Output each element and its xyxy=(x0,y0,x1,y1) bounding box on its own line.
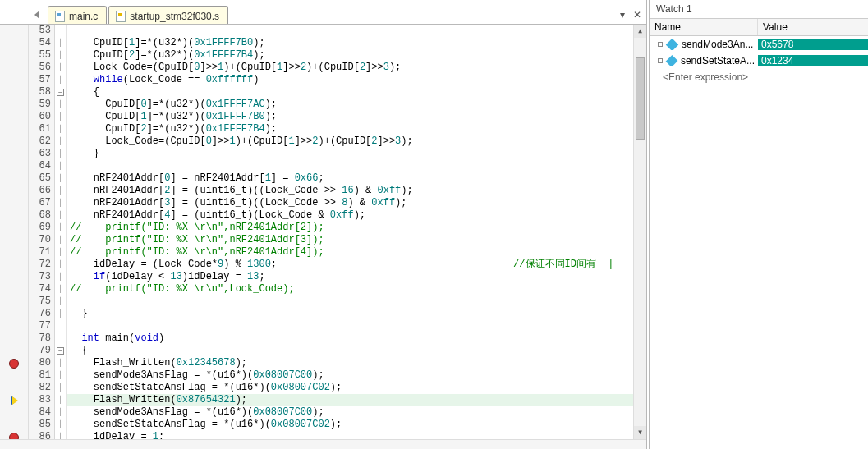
gutter-marker[interactable] xyxy=(0,135,28,148)
tab-menu-dropdown-icon[interactable]: ▾ xyxy=(620,9,625,21)
fold-marker[interactable]: │ xyxy=(55,172,66,185)
fold-marker[interactable]: │ xyxy=(55,369,66,382)
fold-marker[interactable]: │ xyxy=(55,185,66,197)
vertical-scrollbar[interactable]: ▴ ▾ xyxy=(633,25,646,439)
gutter-marker[interactable] xyxy=(0,259,28,271)
gutter-marker[interactable] xyxy=(0,99,28,111)
tab-close-icon[interactable]: ✕ xyxy=(633,9,641,21)
gutter-marker[interactable] xyxy=(0,308,28,320)
code-line[interactable]: sendSetStateAnsFlag = *(u16*)(0x08007C02… xyxy=(67,382,633,394)
gutter-marker[interactable] xyxy=(0,37,28,49)
code-line[interactable] xyxy=(67,160,633,172)
gutter-marker[interactable] xyxy=(0,197,28,209)
code-line[interactable]: Lock_Code=(CpuID[0]>>1)+(CpuID[1]>>2)+(C… xyxy=(67,135,633,148)
gutter-marker[interactable] xyxy=(0,246,28,259)
fold-marker[interactable]: │ xyxy=(55,197,66,209)
fold-marker[interactable]: │ xyxy=(55,148,66,160)
fold-marker[interactable]: │ xyxy=(55,99,66,111)
gutter-marker[interactable] xyxy=(0,382,28,394)
fold-marker[interactable]: │ xyxy=(55,271,66,283)
gutter-marker[interactable] xyxy=(0,296,28,308)
scroll-down-icon[interactable]: ▾ xyxy=(634,426,646,439)
watch-enter-expression[interactable]: <Enter expression> xyxy=(650,69,868,85)
watch-col-value[interactable]: Value xyxy=(758,19,868,35)
fold-marker[interactable]: │ xyxy=(55,283,66,296)
breakpoint-icon[interactable] xyxy=(9,359,19,369)
gutter-marker[interactable] xyxy=(0,406,28,419)
fold-marker[interactable]: │ xyxy=(55,222,66,234)
code-line[interactable]: idDelay = (Lock_Code*9) % 1300; //保证不同ID… xyxy=(67,259,633,271)
fold-marker[interactable] xyxy=(55,332,66,345)
fold-marker[interactable]: │ xyxy=(55,160,66,172)
code-line[interactable] xyxy=(67,296,633,308)
code-line[interactable] xyxy=(67,320,633,332)
breakpoint-gutter[interactable] xyxy=(0,25,29,439)
code-line[interactable]: // printf("ID: %X \r\n",Lock_Code); xyxy=(67,283,633,296)
code-line[interactable]: nRF2401Addr[3] = (uint16_t)((Lock_Code >… xyxy=(67,197,633,209)
fold-marker[interactable]: − xyxy=(55,345,66,357)
fold-gutter[interactable]: ││││−││││││││││││││││││−││││││││−││− xyxy=(55,25,67,439)
fold-marker[interactable]: │ xyxy=(55,308,66,320)
code-line[interactable]: sendSetStateAnsFlag = *(u16*)(0x08007C02… xyxy=(67,419,633,431)
code-line[interactable]: CpuID[1]=*(u32*)(0x1FFFF7B0); xyxy=(67,111,633,123)
gutter-marker[interactable] xyxy=(0,111,28,123)
gutter-marker[interactable] xyxy=(0,209,28,222)
fold-marker[interactable] xyxy=(55,320,66,332)
gutter-marker[interactable] xyxy=(0,62,28,74)
gutter-marker[interactable] xyxy=(0,394,28,406)
expand-icon[interactable] xyxy=(658,58,663,63)
gutter-marker[interactable] xyxy=(0,234,28,246)
code-line[interactable]: } xyxy=(67,308,633,320)
fold-marker[interactable]: − xyxy=(55,86,66,99)
fold-marker[interactable]: │ xyxy=(55,234,66,246)
watch-col-name[interactable]: Name xyxy=(650,19,758,35)
watch-row[interactable]: sendMode3An... 0x5678 xyxy=(650,36,868,53)
watch-var-value[interactable]: 0x5678 xyxy=(758,39,868,50)
code-line[interactable]: } xyxy=(67,148,633,160)
breakpoint-icon[interactable] xyxy=(9,433,19,440)
gutter-marker[interactable] xyxy=(0,160,28,172)
code-line[interactable]: // printf("ID: %X \r\n",nRF2401Addr[2]); xyxy=(67,222,633,234)
code-editor[interactable]: 5354555657585960616263646566676869707172… xyxy=(0,25,646,439)
fold-marker[interactable] xyxy=(55,25,66,37)
code-line[interactable]: CpuID[1]=*(u32*)(0x1FFFF7B0); xyxy=(67,37,633,49)
code-text[interactable]: CpuID[1]=*(u32*)(0x1FFFF7B0); CpuID[2]=*… xyxy=(67,25,633,439)
gutter-marker[interactable] xyxy=(0,148,28,160)
fold-marker[interactable]: │ xyxy=(55,111,66,123)
fold-marker[interactable]: │ xyxy=(55,394,66,406)
fold-marker[interactable]: │ xyxy=(55,406,66,419)
gutter-marker[interactable] xyxy=(0,369,28,382)
code-line[interactable]: if(idDelay < 13)idDelay = 13; xyxy=(67,271,633,283)
tab-scroll-left-icon[interactable] xyxy=(34,11,39,19)
fold-marker[interactable]: │ xyxy=(55,431,66,439)
fold-marker[interactable]: │ xyxy=(55,209,66,222)
code-line[interactable]: Lock_Code=(CpuID[0]>>1)+(CpuID[1]>>2)+(C… xyxy=(67,62,633,74)
scroll-thumb[interactable] xyxy=(636,57,645,140)
tab-main-c[interactable]: main.c xyxy=(48,6,107,24)
fold-marker[interactable]: │ xyxy=(55,49,66,62)
code-line[interactable]: CpuID[0]=*(u32*)(0x1FFFF7AC); xyxy=(67,99,633,111)
gutter-marker[interactable] xyxy=(0,49,28,62)
fold-marker[interactable]: │ xyxy=(55,62,66,74)
watch-var-value[interactable]: 0x1234 xyxy=(758,55,868,66)
code-line[interactable]: int main(void) xyxy=(67,332,633,345)
code-line[interactable]: { xyxy=(67,345,633,357)
expand-icon[interactable] xyxy=(658,42,663,47)
fold-marker[interactable]: │ xyxy=(55,296,66,308)
fold-toggle-icon[interactable]: − xyxy=(57,89,64,96)
tab-startup-s[interactable]: startup_stm32f030.s xyxy=(108,6,228,24)
fold-marker[interactable]: │ xyxy=(55,357,66,369)
code-line[interactable]: Flash_Written(0x87654321); xyxy=(67,394,633,406)
fold-marker[interactable]: │ xyxy=(55,419,66,431)
code-line[interactable]: { xyxy=(67,86,633,99)
fold-marker[interactable]: │ xyxy=(55,37,66,49)
code-line[interactable]: Flash_Written(0x12345678); xyxy=(67,357,633,369)
gutter-marker[interactable] xyxy=(0,172,28,185)
gutter-marker[interactable] xyxy=(0,222,28,234)
code-line[interactable]: idDelay = 1; xyxy=(67,431,633,439)
watch-row[interactable]: sendSetStateA... 0x1234 xyxy=(650,53,868,69)
code-line[interactable]: sendMode3AnsFlag = *(u16*)(0x08007C00); xyxy=(67,406,633,419)
gutter-marker[interactable] xyxy=(0,431,28,439)
horizontal-scrollbar[interactable] xyxy=(0,439,646,449)
gutter-marker[interactable] xyxy=(0,185,28,197)
